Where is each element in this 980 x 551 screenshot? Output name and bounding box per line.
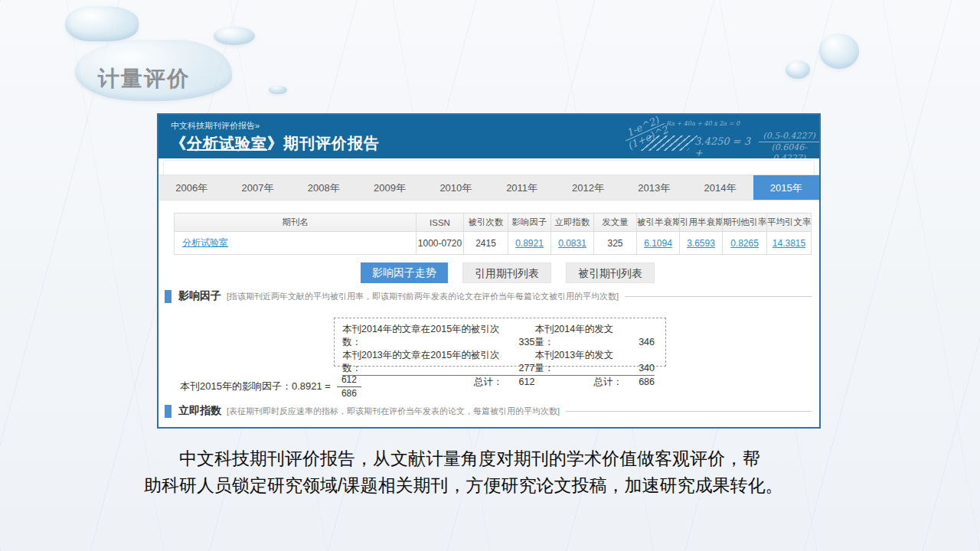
section-title: 立即指数 [178,404,221,418]
col-other-citation-rate: 期刊他引率 [723,214,767,232]
calc-total-row: 总计： 612 [342,376,534,389]
cited-half-life-link[interactable]: 6.1094 [644,238,672,249]
year-tab-2007[interactable]: 2007年 [224,175,290,200]
blue-square-marker [165,405,172,418]
year-tabs-bar: 2006年 2007年 2008年 2009年 2010年 2011年 2012… [158,174,819,201]
col-cited-half-life: 被引半衰期 [637,214,680,232]
year-tab-2009[interactable]: 2009年 [357,175,423,200]
year-tab-2008[interactable]: 2008年 [291,175,357,200]
action-buttons: 影响因子走势 引用期刊列表 被引期刊列表 [361,262,655,283]
impact-factor-calc-box: 本刊2014年的文章在2015年的被引次数： 335 本刊2013年的文章在20… [334,318,666,367]
formula-fraction: 612 686 [337,373,361,400]
report-header: 中文科技期刊评价报告» 《分析试验室》期刊评价报告 1-e^2) (1+e)^2… [158,115,819,158]
year-tab-2013[interactable]: 2013年 [621,175,687,200]
immediacy-index-link[interactable]: 0.0831 [558,238,586,249]
cited-count-value: 2415 [464,232,508,255]
water-blob-decoration [214,27,255,45]
year-tab-2015-selected[interactable]: 2015年 [753,175,819,200]
journal-metrics-table: 期刊名 ISSN 被引次数 影响因子 立即指数 发文量 被引半衰期 引用半衰期 … [174,213,812,255]
article-count-column: 本刊2014年的发文量： 346 本刊2013年的发文量： 340 总计： 68… [534,323,655,361]
col-issn: ISSN [416,214,464,232]
col-avg-citation-rate: 平均引文率 [767,214,812,232]
calc-row: 本刊2014年的文章在2015年的被引次数： 335 [342,323,534,349]
citing-journal-list-button[interactable]: 引用期刊列表 [462,262,551,283]
col-immediacy-index: 立即指数 [551,214,594,232]
calc-row: 本刊2013年的发文量： 340 [534,349,655,376]
title-quote-open: 《 [171,135,187,152]
table-row: 分析试验室 1000-0720 2415 0.8921 0.0831 325 6… [175,232,812,255]
blue-square-marker [165,290,172,303]
col-citing-half-life: 引用半衰期 [680,214,723,232]
impact-factor-formula: 本刊2015年的影响因子：0.8921 = 612 686 [180,373,361,400]
math-doodle-equation-small: Ra + 40a + 40 x 2a = 0 [666,120,740,127]
col-impact-factor: 影响因子 [508,214,551,232]
impact-factor-section-header: 影响因子 [指该期刊近两年文献的平均被引用率，即该期刊前两年发表的论文在评价当年… [165,289,812,303]
col-article-count: 发文量 [594,214,637,232]
cited-count-column: 本刊2014年的文章在2015年的被引次数： 335 本刊2013年的文章在20… [342,323,534,361]
year-tab-2011[interactable]: 2011年 [488,175,554,200]
issn-value: 1000-0720 [416,232,464,255]
year-tab-2006[interactable]: 2006年 [158,175,224,200]
slide-caption: 中文科技期刊评价报告，从文献计量角度对期刊的学术价值做客观评价，帮 助科研人员锁… [144,445,837,498]
calc-row: 本刊2013年的文章在2015年的被引次数： 277 [342,349,534,376]
impact-factor-link[interactable]: 0.8921 [515,238,544,249]
slide-title: 计量评价 [98,64,190,93]
caption-line-1: 中文科技期刊评价报告，从文献计量角度对期刊的学术价值做客观评价，帮 [144,445,837,472]
section-divider-line [625,296,812,297]
journal-name-link[interactable]: 分析试验室 [187,135,267,152]
water-blob-decoration [786,60,810,79]
year-tab-2012[interactable]: 2012年 [555,175,621,200]
journal-row-link[interactable]: 分析试验室 [182,237,228,248]
title-rest: 》期刊评价报告 [267,135,380,152]
immediacy-index-section-header: 立即指数 [表征期刊即时反应速率的指标，即该期刊在评价当年发表的论文，每篇被引用… [165,404,812,418]
section-divider-line [566,411,812,412]
year-tab-2014[interactable]: 2014年 [687,175,753,200]
impact-factor-trend-button[interactable]: 影响因子走势 [361,262,448,283]
table-header-row: 期刊名 ISSN 被引次数 影响因子 立即指数 发文量 被引半衰期 引用半衰期 … [175,214,812,232]
citing-half-life-link[interactable]: 3.6593 [687,238,715,249]
section-description: [表征期刊即时反应速率的指标，即该期刊在评价当年发表的论文，每篇被引用的平均次数… [227,406,560,417]
content-panel-top [163,160,815,174]
formula-label: 本刊2015年的影响因子：0.8921 = [180,380,331,393]
report-screenshot-frame: 中文科技期刊评价报告» 《分析试验室》期刊评价报告 1-e^2) (1+e)^2… [157,113,821,429]
calc-total-row: 总计： 686 [534,376,655,389]
col-journal-name: 期刊名 [175,214,416,232]
avg-citation-rate-link[interactable]: 14.3815 [773,238,805,249]
cited-journal-list-button[interactable]: 被引期刊列表 [566,262,655,283]
col-cited-count: 被引次数 [464,214,508,232]
water-blob-decoration [819,34,859,69]
calc-row: 本刊2014年的发文量： 346 [534,323,655,349]
year-tab-2010[interactable]: 2010年 [423,175,488,200]
section-title: 影响因子 [178,289,221,303]
water-blob-decoration [269,86,287,94]
math-doodle-equation-main: 3.4250 = 3 + (0.5-0.4227) (0.6046-0.4227… [694,131,819,158]
other-citation-rate-link[interactable]: 0.8265 [730,238,759,249]
caption-line-2: 助科研人员锁定研究领域/课题相关期刊，方便研究论文投稿，加速研究成果转化。 [144,472,837,499]
water-blob-decoration [65,6,139,41]
article-count-value: 325 [594,232,637,255]
section-description: [指该期刊近两年文献的平均被引用率，即该期刊前两年发表的论文在评价当年每篇论文被… [227,291,619,302]
